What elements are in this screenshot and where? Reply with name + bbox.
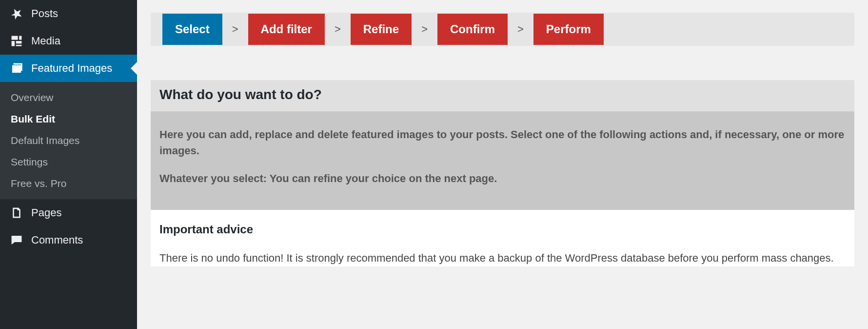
step-separator: >: [508, 23, 533, 36]
admin-sidebar: Posts Media Featured Images Overview Bul…: [0, 0, 137, 329]
sidebar-item-featured-images[interactable]: Featured Images: [0, 55, 137, 82]
intro-text-2: Whatever you select: You can refine your…: [159, 170, 846, 186]
step-refine[interactable]: Refine: [351, 14, 412, 45]
submenu-item-overview[interactable]: Overview: [0, 87, 137, 108]
intro-panel-header: What do you want to do?: [151, 80, 854, 112]
intro-panel: What do you want to do? Here you can add…: [151, 80, 854, 210]
sidebar-item-comments[interactable]: Comments: [0, 226, 137, 254]
submenu-item-default-images[interactable]: Default Images: [0, 130, 137, 151]
sidebar-item-label: Comments: [31, 234, 83, 247]
intro-text-1: Here you can add, replace and delete fea…: [159, 126, 846, 159]
step-separator: >: [412, 23, 437, 36]
submenu-item-bulk-edit[interactable]: Bulk Edit: [0, 108, 137, 130]
step-separator: >: [325, 23, 351, 36]
advice-title: Important advice: [159, 223, 846, 236]
advice-card: Important advice There is no undo functi…: [151, 210, 854, 267]
main-content: Select > Add filter > Refine > Confirm >…: [137, 0, 868, 329]
step-select[interactable]: Select: [162, 14, 222, 45]
intro-panel-title: What do you want to do?: [159, 87, 846, 103]
wizard-steps: Select > Add filter > Refine > Confirm >…: [151, 13, 854, 46]
pin-icon: [9, 6, 24, 21]
sidebar-submenu: Overview Bulk Edit Default Images Settin…: [0, 82, 137, 199]
sidebar-item-posts[interactable]: Posts: [0, 0, 137, 27]
advice-body: There is no undo function! It is strongl…: [159, 250, 846, 267]
submenu-item-free-vs-pro[interactable]: Free vs. Pro: [0, 173, 137, 194]
intro-panel-body: Here you can add, replace and delete fea…: [151, 112, 854, 210]
step-add-filter[interactable]: Add filter: [248, 14, 325, 45]
sidebar-item-label: Posts: [31, 7, 58, 20]
sidebar-item-label: Media: [31, 35, 60, 47]
sidebar-item-media[interactable]: Media: [0, 27, 137, 55]
sidebar-item-label: Pages: [31, 206, 61, 219]
step-perform[interactable]: Perform: [533, 14, 604, 45]
sidebar-item-pages[interactable]: Pages: [0, 199, 137, 226]
advice-text: There is no undo function! It is strongl…: [159, 250, 846, 267]
media-icon: [9, 33, 24, 49]
comments-icon: [9, 232, 24, 248]
pages-icon: [9, 205, 24, 221]
step-confirm[interactable]: Confirm: [437, 14, 508, 45]
images-icon: [9, 61, 24, 76]
submenu-item-settings[interactable]: Settings: [0, 151, 137, 173]
step-separator: >: [222, 23, 248, 36]
sidebar-item-label: Featured Images: [31, 62, 112, 75]
